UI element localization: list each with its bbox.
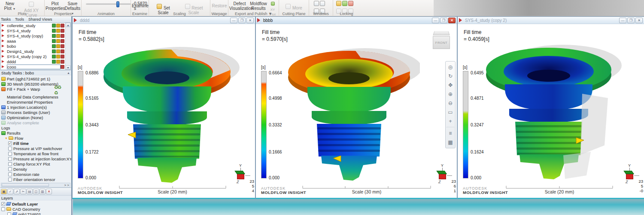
lock-all-views-icon[interactable] [336, 1, 341, 6]
lock-plot-icon[interactable] [342, 1, 347, 6]
study-item[interactable]: aaaa [1, 38, 65, 43]
minimize-button[interactable]: — [432, 18, 439, 23]
defect-visualization-button[interactable]: Defect Visualization [229, 1, 250, 11]
results-node[interactable]: Results [1, 130, 71, 135]
layer-cad-child[interactable]: qgh1724602 [1, 212, 71, 215]
tab-tools[interactable]: Tools [15, 17, 24, 22]
window-titlebar[interactable]: SYS-4_study (copy 2) —❐✕ [458, 17, 644, 24]
checkbox[interactable] [8, 157, 12, 161]
checkbox[interactable] [8, 147, 12, 150]
result-item[interactable]: Clamp force:XY Plot [1, 161, 71, 166]
study-item[interactable]: dddd [1, 59, 65, 64]
clean-layer-icon[interactable]: ✂ [20, 189, 26, 194]
flow-folder[interactable]: ▼Flow [1, 135, 71, 141]
task-logs[interactable]: Logs [1, 125, 71, 130]
task-environment[interactable]: Environmental Properties [1, 99, 71, 104]
task-analysis-status[interactable]: Analyse complete [1, 120, 71, 125]
study-item[interactable]: bobo [1, 43, 65, 49]
checkbox[interactable] [8, 172, 12, 176]
zoom-in-icon[interactable]: ⊕ [446, 90, 455, 98]
new-plot-button[interactable]: New Plot ▼ [2, 1, 18, 11]
more-button[interactable]: More [285, 3, 302, 10]
checkbox-checked[interactable]: ✓ [8, 141, 12, 145]
checkbox[interactable] [1, 207, 5, 211]
part-3d-model[interactable] [96, 43, 242, 185]
viewport-canvas[interactable]: Fill time= 0.5882[s] [s] 0.6886 0.5165 0… [73, 24, 255, 198]
tile-windows-icon[interactable] [320, 1, 325, 6]
section-view-icon[interactable]: ▦ [446, 138, 455, 147]
view-cube[interactable]: FRONT [432, 30, 451, 52]
checkbox[interactable] [8, 178, 12, 181]
study-item[interactable]: SYS-4_study (copy 2) [1, 54, 65, 59]
result-item[interactable]: Extension rate [1, 172, 71, 177]
task-injection[interactable]: 1 Injection Location(s) [1, 104, 71, 110]
restore-button[interactable]: ❐ [238, 18, 246, 23]
study-item[interactable]: Design1_study [1, 49, 65, 54]
window-titlebar[interactable]: bbbb —❐✕ [256, 17, 457, 24]
minimize-button[interactable]: — [619, 18, 626, 23]
assign-layer-icon[interactable]: ➚ [14, 189, 20, 194]
checkbox[interactable] [7, 212, 11, 215]
pan-icon[interactable]: ✥ [446, 81, 455, 89]
scroll-right-icon[interactable]: > > [64, 183, 69, 187]
scrollbar-thumb[interactable] [2, 184, 49, 187]
layer-display-icon[interactable]: ◫ [33, 189, 39, 194]
new-layer-icon[interactable]: ▣ [1, 189, 7, 194]
examine-button[interactable]: Examine [132, 3, 148, 8]
plot-properties-button[interactable]: Plot Properties [46, 1, 64, 11]
zoom-window-icon[interactable]: ▭ [446, 108, 455, 117]
tasks-horizontal-scrollbar[interactable]: > > [1, 183, 70, 187]
layer-default[interactable]: ✓Default Layer [1, 201, 71, 206]
lock-animation-icon[interactable] [348, 1, 353, 6]
task-process[interactable]: Process Settings (User) [1, 110, 71, 115]
restore-button[interactable]: Restore [211, 3, 228, 8]
study-item-rename[interactable]: cooo [1, 64, 65, 69]
view-cube-top-face[interactable] [433, 31, 450, 35]
animation-slider-handle[interactable] [116, 1, 119, 7]
close-button[interactable]: ✕ [448, 18, 456, 23]
view-cube-front-face[interactable]: FRONT [433, 36, 450, 49]
viewport-canvas[interactable]: Fill time= 0.5970[s] FRONT ◎ ↻ ✥ ⊕ ⊖ ▭ +… [256, 24, 457, 198]
checkbox[interactable] [8, 167, 12, 171]
moldflow-results-button[interactable]: Moldflow Results [250, 1, 267, 11]
close-button[interactable]: ✕ [246, 18, 254, 23]
restore-button[interactable]: ❐ [440, 18, 447, 23]
animation-slider[interactable] [86, 3, 131, 5]
center-view-icon[interactable]: + [446, 117, 455, 126]
expand-layer-icon[interactable]: ▤ [27, 189, 33, 194]
viewport-window-3[interactable]: SYS-4_study (copy 2) —❐✕ Fill time= 0.40… [457, 16, 644, 199]
checkbox[interactable] [8, 152, 12, 156]
close-button[interactable]: ✕ [635, 18, 643, 23]
task-part[interactable]: Part (qgh1724602 prt 1) [1, 76, 71, 81]
cascade-windows-icon[interactable] [314, 1, 319, 6]
study-list-scrollbar[interactable]: ▲▼ [65, 23, 70, 70]
restore-button[interactable]: ❐ [627, 18, 635, 23]
checkbox[interactable] [8, 162, 12, 166]
expand-caret-icon[interactable]: ▼ [5, 137, 8, 140]
measure-icon[interactable]: ≡ [446, 129, 455, 138]
result-item[interactable]: Pressure at V/P switchover [1, 146, 71, 151]
delete-layer-icon[interactable]: ✕ [46, 189, 52, 194]
part-3d-model[interactable] [479, 42, 623, 184]
viewport-canvas[interactable]: Fill time= 0.4059[s] [s] 0.6495 0.4871 0… [458, 24, 644, 198]
tab-tasks[interactable]: Tasks [1, 17, 11, 22]
layer-cad-geometry[interactable]: CAD Geometry [1, 206, 71, 212]
tab-shared-views[interactable]: Shared Views [28, 17, 52, 22]
viewport-window-2[interactable]: bbbb —❐✕ Fill time= 0.5970[s] FRONT ◎ ↻ … [255, 16, 457, 199]
study-item[interactable]: SYS-4_study (copy) [1, 33, 65, 38]
steering-wheel-icon[interactable]: ◎ [446, 63, 455, 71]
result-item[interactable]: Pressure at injection location:XY Plot [1, 156, 71, 161]
orbit-icon[interactable]: ↻ [446, 72, 455, 80]
result-item[interactable]: Temperature at flow front [1, 151, 71, 156]
task-optimization[interactable]: Optimization (None) [1, 115, 71, 120]
part-3d-model[interactable] [283, 46, 420, 183]
result-fill-time[interactable]: ✓Fill time [1, 141, 71, 146]
minimize-button[interactable]: — [230, 18, 237, 23]
scroll-down-icon[interactable]: ▼ [66, 65, 70, 70]
study-item[interactable]: SYS-4_study [1, 28, 65, 33]
zoom-out-icon[interactable]: ⊖ [446, 99, 455, 108]
result-item[interactable]: Fiber orientation tensor [1, 177, 71, 182]
study-rename-input[interactable]: cooo [7, 64, 61, 69]
hide-layer-icon[interactable]: ▥ [39, 189, 46, 194]
checkbox-checked[interactable]: ✓ [1, 202, 5, 206]
